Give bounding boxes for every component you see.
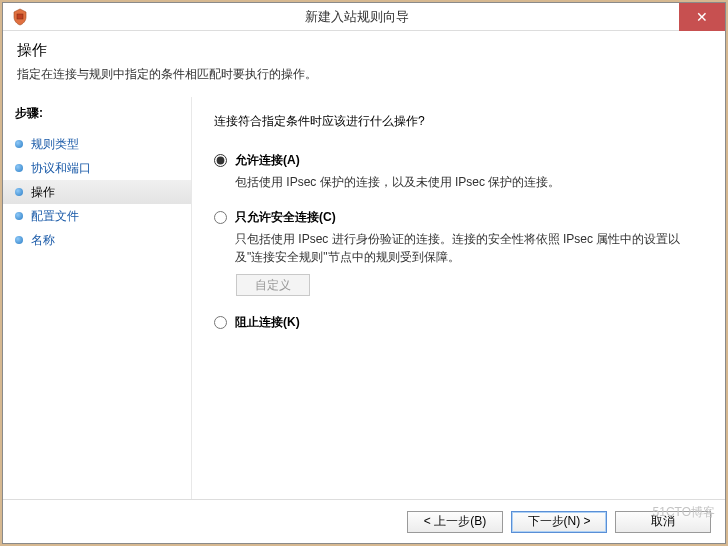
- close-button[interactable]: ✕: [679, 3, 725, 31]
- wizard-body: 步骤: 规则类型 协议和端口 操作 配置文件 名称 连: [3, 97, 725, 517]
- step-label: 名称: [31, 232, 55, 249]
- option-row[interactable]: 阻止连接(K): [214, 314, 703, 331]
- wizard-content: 连接符合指定条件时应该进行什么操作? 允许连接(A) 包括使用 IPsec 保护…: [191, 97, 725, 517]
- option-description: 包括使用 IPsec 保护的连接，以及未使用 IPsec 保护的连接。: [235, 173, 695, 191]
- step-bullet-icon: [15, 188, 23, 196]
- sidebar-item-profile[interactable]: 配置文件: [15, 204, 191, 228]
- option-label: 只允许安全连接(C): [235, 209, 336, 226]
- option-label: 允许连接(A): [235, 152, 300, 169]
- content-question: 连接符合指定条件时应该进行什么操作?: [214, 113, 703, 130]
- option-row[interactable]: 允许连接(A): [214, 152, 703, 169]
- radio-block[interactable]: [214, 316, 227, 329]
- sidebar-item-protocol-ports[interactable]: 协议和端口: [15, 156, 191, 180]
- customize-button: 自定义: [236, 274, 310, 296]
- step-label: 操作: [31, 184, 55, 201]
- option-secure-connection: 只允许安全连接(C) 只包括使用 IPsec 进行身份验证的连接。连接的安全性将…: [214, 209, 703, 296]
- step-bullet-icon: [15, 212, 23, 220]
- sidebar-item-rule-type[interactable]: 规则类型: [15, 132, 191, 156]
- step-bullet-icon: [15, 140, 23, 148]
- app-icon: [11, 8, 29, 26]
- next-button[interactable]: 下一步(N) >: [511, 511, 607, 533]
- option-row[interactable]: 只允许安全连接(C): [214, 209, 703, 226]
- sidebar-item-action[interactable]: 操作: [3, 180, 191, 204]
- step-label: 配置文件: [31, 208, 79, 225]
- svg-rect-0: [17, 14, 23, 19]
- wizard-window: 新建入站规则向导 ✕ 操作 指定在连接与规则中指定的条件相匹配时要执行的操作。 …: [2, 2, 726, 544]
- radio-allow[interactable]: [214, 154, 227, 167]
- step-label: 规则类型: [31, 136, 79, 153]
- option-label: 阻止连接(K): [235, 314, 300, 331]
- close-icon: ✕: [696, 9, 708, 25]
- radio-secure[interactable]: [214, 211, 227, 224]
- page-title: 操作: [17, 41, 711, 60]
- option-allow-connection: 允许连接(A) 包括使用 IPsec 保护的连接，以及未使用 IPsec 保护的…: [214, 152, 703, 191]
- window-title: 新建入站规则向导: [35, 8, 679, 26]
- step-bullet-icon: [15, 236, 23, 244]
- steps-heading: 步骤:: [15, 105, 191, 122]
- wizard-footer: < 上一步(B) 下一步(N) > 取消: [3, 499, 725, 543]
- option-description: 只包括使用 IPsec 进行身份验证的连接。连接的安全性将依照 IPsec 属性…: [235, 230, 695, 266]
- titlebar: 新建入站规则向导 ✕: [3, 3, 725, 31]
- sidebar-item-name[interactable]: 名称: [15, 228, 191, 252]
- back-button[interactable]: < 上一步(B): [407, 511, 503, 533]
- wizard-header: 操作 指定在连接与规则中指定的条件相匹配时要执行的操作。: [3, 31, 725, 97]
- step-label: 协议和端口: [31, 160, 91, 177]
- step-bullet-icon: [15, 164, 23, 172]
- cancel-button[interactable]: 取消: [615, 511, 711, 533]
- option-block-connection: 阻止连接(K): [214, 314, 703, 331]
- steps-sidebar: 步骤: 规则类型 协议和端口 操作 配置文件 名称: [3, 97, 191, 517]
- page-description: 指定在连接与规则中指定的条件相匹配时要执行的操作。: [17, 66, 711, 83]
